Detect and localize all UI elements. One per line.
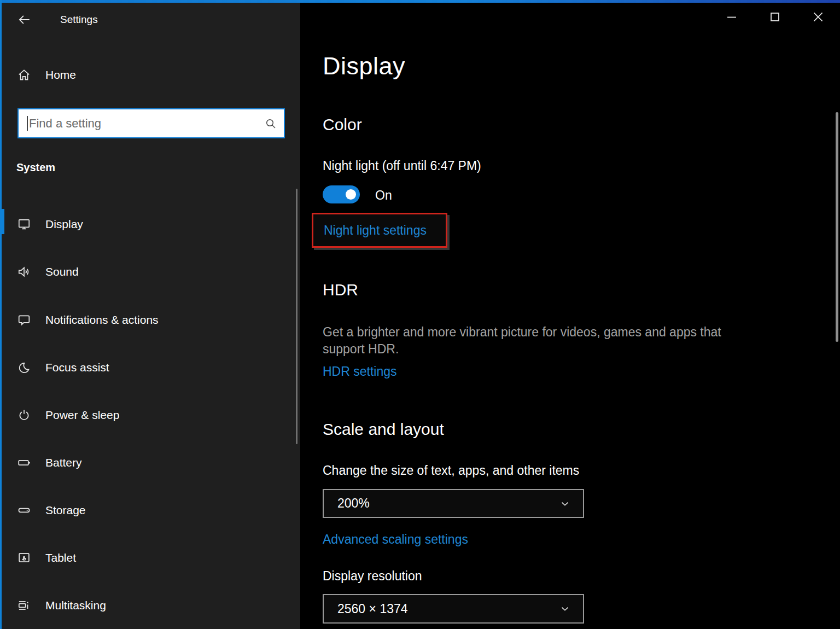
sidebar-item-sound[interactable]: Sound: [0, 255, 293, 288]
sidebar-item-storage[interactable]: Storage: [0, 494, 293, 527]
back-button[interactable]: [12, 10, 36, 31]
close-icon: [811, 10, 825, 24]
toggle-knob: [346, 189, 356, 200]
sidebar-item-label: Focus assist: [45, 361, 109, 374]
scale-dropdown-value: 200%: [337, 496, 370, 511]
night-light-toggle[interactable]: [323, 185, 360, 203]
resolution-dropdown[interactable]: 2560 × 1374: [323, 594, 584, 624]
search-input[interactable]: [19, 109, 284, 137]
multitasking-icon: [17, 598, 31, 613]
sidebar-item-label: Multitasking: [45, 599, 106, 612]
night-light-label: Night light (off until 6:47 PM): [323, 159, 481, 173]
maximize-icon: [768, 10, 781, 24]
sidebar-item-label: Notifications & actions: [45, 313, 159, 327]
sidebar-item-power-sleep[interactable]: Power & sleep: [0, 399, 293, 432]
tablet-icon: [17, 551, 31, 565]
storage-icon: [17, 503, 31, 517]
sidebar-item-label: Battery: [45, 456, 82, 469]
sidebar-item-label: Power & sleep: [45, 409, 119, 422]
hdr-settings-link[interactable]: HDR settings: [323, 364, 396, 379]
power-icon: [17, 408, 31, 422]
close-button[interactable]: [806, 5, 831, 28]
text-caret: [27, 116, 28, 131]
back-arrow-icon: [17, 13, 31, 29]
app-title: Settings: [60, 14, 98, 26]
sidebar-item-tablet[interactable]: Tablet: [0, 541, 293, 574]
display-icon: [17, 217, 31, 231]
minimize-button[interactable]: [719, 5, 744, 28]
search-icon[interactable]: [264, 117, 277, 130]
sidebar-item-label: Storage: [45, 504, 86, 517]
annotation-highlight-box: Night light settings: [312, 213, 447, 248]
night-light-settings-link[interactable]: Night light settings: [324, 223, 427, 238]
minimize-icon: [725, 10, 738, 24]
chevron-down-icon: [559, 603, 571, 615]
notifications-icon: [17, 313, 31, 327]
sidebar-scrollbar[interactable]: [296, 189, 298, 444]
battery-icon: [17, 456, 31, 470]
sidebar-item-label: Display: [45, 218, 83, 231]
hdr-description: Get a brighter and more vibrant picture …: [323, 324, 760, 358]
sidebar-item-multitasking[interactable]: Multitasking: [0, 589, 293, 622]
sidebar-item-focus-assist[interactable]: Focus assist: [0, 351, 293, 384]
settings-window: Settings Home System: [0, 0, 840, 629]
sidebar-section-heading: System: [16, 161, 55, 174]
color-section-heading: Color: [323, 115, 362, 134]
chevron-down-icon: [559, 498, 571, 510]
scale-dropdown[interactable]: 200%: [323, 489, 584, 518]
sidebar-item-label: Home: [45, 68, 76, 81]
advanced-scaling-link[interactable]: Advanced scaling settings: [323, 532, 468, 547]
sidebar: Settings Home System: [0, 3, 300, 629]
main-scrollbar[interactable]: [836, 112, 838, 342]
home-icon: [17, 68, 31, 82]
sound-icon: [17, 265, 31, 279]
window-border-left: [0, 0, 2, 629]
page-title: Display: [323, 52, 405, 80]
toggle-state-label: On: [375, 188, 392, 203]
resolution-dropdown-value: 2560 × 1374: [337, 602, 408, 616]
sidebar-item-home[interactable]: Home: [0, 59, 293, 91]
scale-label: Change the size of text, apps, and other…: [323, 463, 579, 478]
sidebar-item-notifications[interactable]: Notifications & actions: [0, 304, 293, 336]
sidebar-item-battery[interactable]: Battery: [0, 446, 293, 479]
focus-assist-icon: [17, 360, 31, 375]
sidebar-item-label: Tablet: [45, 551, 76, 564]
scale-section-heading: Scale and layout: [323, 420, 444, 439]
hdr-section-heading: HDR: [323, 281, 358, 299]
window-border-top: [0, 0, 840, 3]
sidebar-item-label: Sound: [45, 265, 79, 278]
resolution-label: Display resolution: [323, 569, 422, 584]
maximize-button[interactable]: [762, 5, 788, 28]
search-box[interactable]: [18, 108, 285, 138]
sidebar-item-display[interactable]: Display: [0, 208, 293, 241]
